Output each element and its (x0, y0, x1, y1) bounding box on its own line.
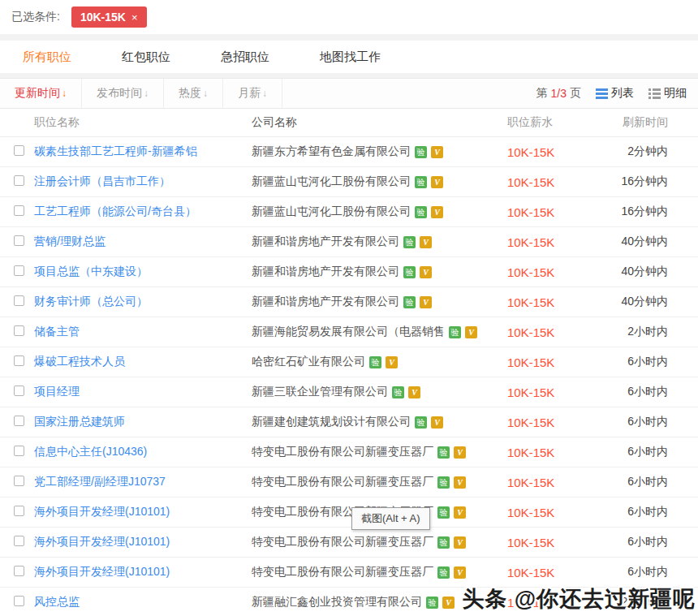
salary-value: 10K-15K (507, 205, 605, 219)
refresh-time: 2分钟内 (605, 144, 698, 159)
row-checkbox[interactable] (14, 446, 24, 456)
row-checkbox[interactable] (14, 566, 24, 576)
company-name[interactable]: 新疆东方希望有色金属有限公司 (252, 144, 411, 159)
v-certified-icon: V (454, 566, 466, 579)
company-name[interactable]: 新疆和谐房地产开发有限公司 (252, 295, 399, 309)
job-title-link[interactable]: 项目经理 (34, 385, 80, 398)
job-title-link[interactable]: 碳素生技部工艺工程师-新疆希铝 (34, 144, 197, 157)
company-name[interactable]: 新疆和谐房地产开发有限公司 (252, 265, 399, 279)
verified-license-icon: 验 (415, 146, 427, 158)
table-row: 国家注册总建筑师新疆建创建筑规划设计有限公司验V10K-15K6小时内 (0, 407, 698, 437)
row-checkbox[interactable] (14, 416, 24, 426)
refresh-time: 6小时内 (605, 565, 698, 579)
salary-value: 10K-15K (507, 536, 605, 549)
list-view-icon (596, 88, 608, 99)
job-title-link[interactable]: 营销/理财总监 (34, 235, 106, 248)
row-checkbox[interactable] (14, 265, 24, 276)
header-salary: 职位薪水 (507, 115, 605, 130)
tab-map-search[interactable]: 地图找工作 (320, 50, 381, 65)
v-certified-icon: V (454, 446, 466, 459)
row-checkbox[interactable] (14, 506, 24, 516)
job-title-link[interactable]: 海外项目开发经理(J10101) (34, 565, 170, 578)
remove-filter-icon[interactable]: × (131, 11, 138, 24)
sort-publish-time[interactable]: 发布时间 ↓ (82, 79, 164, 108)
sort-monthly-salary[interactable]: 月薪 ↓ (223, 79, 282, 108)
verified-license-icon: 验 (437, 476, 450, 489)
table-row: 爆破工程技术人员哈密红石矿业有限公司验V10K-15K6小时内 (0, 347, 698, 377)
sort-update-time[interactable]: 更新时间 ↓ (0, 79, 82, 108)
v-certified-icon: V (431, 176, 443, 188)
job-title-link[interactable]: 注册会计师（昌吉市工作） (34, 174, 170, 187)
tab-all-jobs[interactable]: 所有职位 (23, 50, 71, 65)
salary-value: 10K-15K (507, 476, 605, 489)
v-certified-icon: V (454, 476, 466, 489)
job-title-link[interactable]: 财务审计师（总公司） (34, 295, 148, 308)
list-view-toggle[interactable]: 列表 (596, 86, 634, 101)
row-checkbox[interactable] (14, 175, 24, 186)
refresh-time: 40分钟内 (605, 295, 698, 309)
job-title-link[interactable]: 党工部经理/副经理J10737 (34, 475, 166, 488)
row-checkbox[interactable] (14, 235, 24, 246)
job-title-link[interactable]: 海外项目开发经理(J10101) (34, 505, 170, 518)
refresh-time: 2小时内 (605, 325, 698, 339)
row-checkbox[interactable] (14, 596, 24, 606)
salary-value: 10K-15K (507, 566, 605, 579)
refresh-time: 6小时内 (605, 415, 698, 429)
job-title-link[interactable]: 信息中心主任(J10436) (34, 445, 147, 458)
table-row: 海外项目开发经理(J10101)特变电工股份有限公司新疆变压器厂验V10K-15… (0, 498, 698, 528)
header-job-title: 职位名称 (34, 115, 252, 130)
company-name[interactable]: 特变电工股份有限公司新疆变压器厂 (252, 535, 433, 549)
company-name[interactable]: 新疆海能贸易发展有限公司（电器销售 (252, 325, 445, 339)
row-checkbox[interactable] (14, 355, 24, 366)
job-title-link[interactable]: 项目总监（中东建设） (34, 265, 148, 278)
row-checkbox[interactable] (14, 205, 24, 216)
detail-view-toggle[interactable]: 明细 (648, 86, 687, 101)
company-name[interactable]: 新疆建创建筑规划设计有限公司 (252, 415, 411, 429)
salary-value: 10K-15K (507, 506, 605, 519)
company-name[interactable]: 特变电工股份有限公司新疆变压器厂 (252, 445, 433, 459)
job-title-link[interactable]: 储备主管 (34, 325, 80, 338)
v-certified-icon: V (454, 536, 466, 549)
salary-filter-tag[interactable]: 10K-15K × (71, 6, 147, 28)
table-row: 项目经理新疆三联企业管理有限公司验V10K-15K6小时内 (0, 377, 698, 407)
company-name[interactable]: 哈密红石矿业有限公司 (252, 355, 365, 369)
row-checkbox[interactable] (14, 145, 24, 156)
job-title-link[interactable]: 工艺工程师（能源公司/奇台县） (34, 205, 196, 218)
sort-down-arrow-icon: ↓ (203, 88, 208, 99)
selected-filters-bar: 已选条件: 10K-15K × (0, 0, 698, 34)
refresh-time: 40分钟内 (605, 265, 698, 279)
salary-value: 10K-15K (507, 416, 605, 429)
salary-value: 10K-15K (507, 355, 605, 369)
row-checkbox[interactable] (14, 536, 24, 546)
verified-license-icon: 验 (437, 446, 450, 459)
verified-license-icon: 验 (403, 236, 416, 248)
row-checkbox[interactable] (14, 386, 24, 396)
v-certified-icon: V (408, 386, 420, 398)
job-title-link[interactable]: 风控总监 (34, 595, 80, 608)
company-name[interactable]: 新疆蓝山屯河化工股份有限公司 (252, 205, 411, 219)
refresh-time: 40分钟内 (605, 235, 698, 249)
refresh-time: 6小时内 (605, 445, 698, 459)
screenshot-tooltip: 截图(Alt + A) (351, 507, 430, 530)
v-certified-icon: V (454, 506, 466, 519)
company-name[interactable]: 新疆和谐房地产开发有限公司 (252, 235, 399, 249)
company-name[interactable]: 新疆三联企业管理有限公司 (252, 385, 388, 399)
verified-license-icon: 验 (392, 386, 404, 398)
v-certified-icon: V (420, 266, 432, 278)
company-name[interactable]: 特变电工股份有限公司新疆变压器厂 (252, 475, 433, 489)
sort-toolbar: 更新时间 ↓ 发布时间 ↓ 热度 ↓ 月薪 ↓ 第 1/3 页 列表 (0, 78, 698, 109)
row-checkbox[interactable] (14, 295, 24, 306)
tab-redpacket-jobs[interactable]: 红包职位 (122, 50, 170, 65)
job-title-link[interactable]: 海外项目开发经理(J10101) (34, 535, 170, 548)
filter-label: 已选条件: (11, 10, 60, 24)
sort-popularity[interactable]: 热度 ↓ (164, 79, 223, 108)
row-checkbox[interactable] (14, 476, 24, 486)
job-title-link[interactable]: 国家注册总建筑师 (34, 415, 125, 428)
company-name[interactable]: 新疆融汇鑫创业投资管理有限公司 (252, 595, 422, 610)
row-checkbox[interactable] (14, 325, 24, 336)
company-name[interactable]: 特变电工股份有限公司新疆变压器厂 (252, 565, 433, 579)
tab-urgent-jobs[interactable]: 急招职位 (221, 50, 269, 65)
job-title-link[interactable]: 爆破工程技术人员 (34, 355, 125, 368)
salary-value: 10K-15K (507, 325, 605, 339)
company-name[interactable]: 新疆蓝山屯河化工股份有限公司 (252, 174, 411, 189)
